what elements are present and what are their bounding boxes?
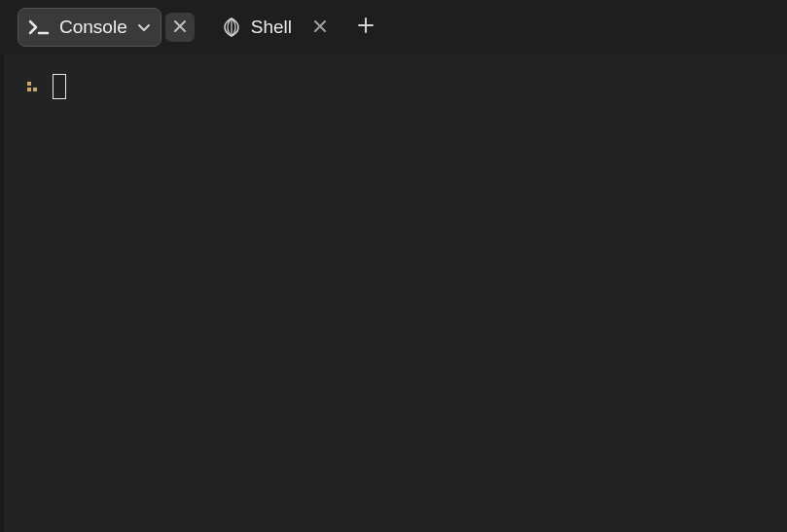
chevron-down-icon[interactable]	[137, 20, 151, 34]
console-prompt-icon	[28, 18, 50, 36]
close-icon	[313, 18, 327, 38]
close-tab-shell-button[interactable]	[305, 13, 335, 42]
console-input[interactable]	[82, 78, 764, 96]
console-input-line	[27, 74, 764, 99]
tab-bar: Console Shell	[0, 0, 787, 54]
console-body[interactable]	[0, 54, 787, 532]
prompt-indicator-icon	[27, 82, 37, 91]
shell-icon	[222, 18, 241, 37]
tab-label: Console	[59, 17, 127, 38]
close-icon	[173, 18, 187, 38]
close-tab-console-button[interactable]	[165, 13, 195, 42]
tab-shell[interactable]: Shell	[212, 8, 302, 47]
tab-label: Shell	[251, 17, 292, 38]
text-cursor	[53, 74, 66, 99]
add-tab-button[interactable]	[348, 10, 383, 45]
tab-console[interactable]: Console	[18, 8, 161, 47]
plus-icon	[357, 17, 375, 38]
